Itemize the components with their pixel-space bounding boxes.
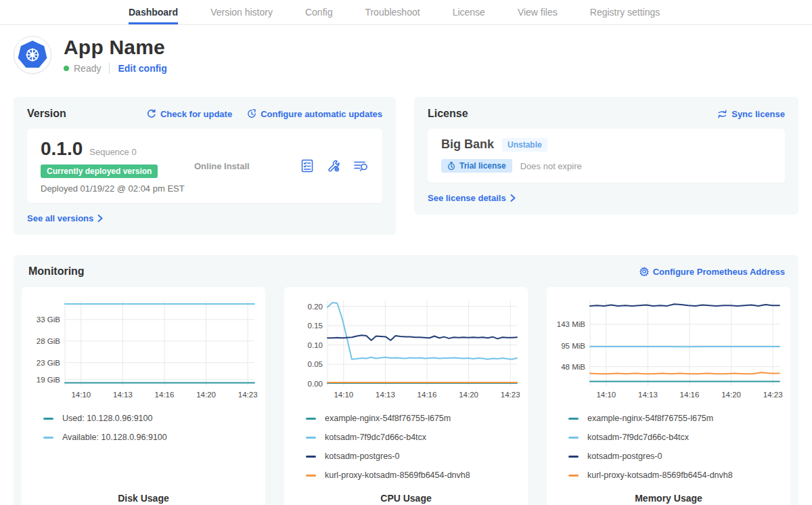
version-card-title: Version bbox=[27, 108, 66, 120]
svg-text:14:16: 14:16 bbox=[680, 391, 700, 399]
svg-text:23 GiB: 23 GiB bbox=[37, 359, 60, 367]
memory-usage-chart-card: 14:1014:1314:1614:2014:2348 MiB95 MiB143… bbox=[547, 287, 790, 505]
tab-view-files[interactable]: View files bbox=[518, 0, 558, 24]
legend-item: kurl-proxy-kotsadm-8569fb6454-dnvh8 bbox=[306, 466, 522, 485]
disk-usage-chart-card: 14:1014:1314:1614:2014:2319 GiB23 GiB28 … bbox=[22, 287, 265, 505]
see-all-versions-link[interactable]: See all versions bbox=[27, 213, 103, 223]
channel-badge: Unstable bbox=[502, 138, 547, 152]
sync-arrows-icon bbox=[717, 110, 727, 118]
svg-text:28 GiB: 28 GiB bbox=[37, 337, 60, 345]
tab-dashboard[interactable]: Dashboard bbox=[129, 0, 178, 24]
svg-text:14:13: 14:13 bbox=[113, 391, 133, 399]
license-card: License Sync license Big Bank Unstable bbox=[414, 97, 798, 215]
logs-search-icon[interactable] bbox=[353, 158, 369, 173]
deployed-badge: Currently deployed version bbox=[41, 164, 158, 178]
svg-text:14:10: 14:10 bbox=[71, 391, 91, 399]
deployed-timestamp: Deployed 01/19/22 @ 02:04 pm EST bbox=[41, 183, 193, 194]
divider bbox=[109, 63, 110, 74]
refresh-icon bbox=[147, 109, 156, 118]
legend-item: example-nginx-54f8f76755-l675m bbox=[306, 409, 522, 428]
svg-text:14:23: 14:23 bbox=[763, 391, 783, 399]
memory-usage-chart: 14:1014:1314:1614:2014:2348 MiB95 MiB143… bbox=[552, 295, 785, 403]
gear-icon bbox=[639, 267, 649, 276]
svg-text:0.20: 0.20 bbox=[308, 303, 323, 311]
disk-usage-legend: Used: 10.128.0.96:9100 Available: 10.128… bbox=[43, 409, 260, 447]
svg-text:14:13: 14:13 bbox=[638, 391, 658, 399]
legend-item: kotsadm-postgres-0 bbox=[306, 447, 522, 466]
stopwatch-icon bbox=[447, 162, 455, 171]
svg-text:14:16: 14:16 bbox=[418, 391, 437, 399]
svg-text:0.05: 0.05 bbox=[308, 360, 323, 368]
chart-title-disk: Disk Usage bbox=[27, 493, 260, 504]
cpu-usage-chart: 14:1014:1314:1614:2014:230.000.050.100.1… bbox=[290, 295, 522, 403]
kubernetes-icon bbox=[18, 41, 47, 69]
svg-text:14:20: 14:20 bbox=[459, 391, 478, 399]
tab-registry-settings[interactable]: Registry settings bbox=[590, 0, 660, 24]
svg-text:14:20: 14:20 bbox=[196, 391, 216, 399]
tab-version-history[interactable]: Version history bbox=[210, 0, 273, 24]
legend-swatch bbox=[306, 456, 316, 458]
memory-usage-legend: example-nginx-54f8f76755-l675m kotsadm-7… bbox=[568, 409, 785, 485]
svg-text:14:13: 14:13 bbox=[376, 391, 395, 399]
chart-title-cpu: CPU Usage bbox=[290, 493, 522, 504]
legend-swatch bbox=[306, 475, 316, 477]
legend-swatch bbox=[43, 418, 53, 420]
license-summary-row: Big Bank Unstable Trial license Do bbox=[428, 129, 785, 183]
legend-swatch bbox=[43, 437, 53, 439]
svg-text:14:23: 14:23 bbox=[501, 391, 520, 399]
svg-text:14:10: 14:10 bbox=[334, 391, 353, 399]
svg-text:0.10: 0.10 bbox=[308, 341, 323, 349]
edit-config-link[interactable]: Edit config bbox=[118, 63, 166, 74]
legend-item: example-nginx-54f8f76755-l675m bbox=[568, 409, 785, 428]
cpu-usage-chart-card: 14:1014:1314:1614:2014:230.000.050.100.1… bbox=[284, 287, 528, 505]
legend-item: Used: 10.128.0.96:9100 bbox=[43, 409, 260, 428]
tab-config[interactable]: Config bbox=[305, 0, 332, 24]
app-header: App Name Ready Edit config bbox=[0, 25, 812, 74]
customer-name: Big Bank bbox=[441, 137, 494, 152]
chevron-right-icon bbox=[510, 194, 516, 202]
legend-item: kotsadm-postgres-0 bbox=[568, 447, 785, 466]
legend-item: kurl-proxy-kotsadm-8569fb6454-dnvh8 bbox=[568, 466, 785, 485]
current-version-row: 0.1.0 Sequence 0 Currently deployed vers… bbox=[27, 129, 382, 203]
legend-swatch bbox=[306, 437, 316, 439]
preflight-checklist-icon[interactable] bbox=[300, 158, 315, 173]
chart-title-memory: Memory Usage bbox=[552, 493, 785, 504]
sync-license-link[interactable]: Sync license bbox=[717, 109, 785, 119]
legend-swatch bbox=[306, 418, 316, 420]
page-title: App Name bbox=[64, 36, 167, 59]
monitoring-title: Monitoring bbox=[28, 265, 85, 278]
legend-swatch bbox=[568, 437, 579, 439]
monitoring-section: Monitoring Configure Prometheus Address … bbox=[14, 255, 798, 505]
expiry-text: Does not expire bbox=[520, 161, 582, 171]
svg-text:0.15: 0.15 bbox=[308, 322, 323, 330]
svg-text:0.00: 0.00 bbox=[308, 380, 323, 388]
trial-license-badge: Trial license bbox=[441, 159, 512, 173]
license-card-title: License bbox=[428, 108, 468, 120]
configure-automatic-updates-link[interactable]: Configure automatic updates bbox=[247, 109, 382, 119]
svg-text:48 MiB: 48 MiB bbox=[561, 363, 585, 371]
svg-text:95 MiB: 95 MiB bbox=[561, 342, 585, 350]
check-for-update-link[interactable]: Check for update bbox=[147, 109, 232, 119]
configure-prometheus-link[interactable]: Configure Prometheus Address bbox=[639, 267, 785, 277]
chevron-right-icon bbox=[97, 215, 103, 222]
legend-item: kotsadm-7f9dc7d66c-b4tcx bbox=[568, 428, 785, 447]
legend-swatch bbox=[568, 475, 579, 477]
app-logo bbox=[14, 36, 51, 74]
wrench-gear-icon[interactable] bbox=[326, 158, 341, 173]
tab-license[interactable]: License bbox=[453, 0, 485, 24]
tab-troubleshoot[interactable]: Troubleshoot bbox=[365, 0, 420, 24]
svg-text:143 MiB: 143 MiB bbox=[557, 320, 586, 328]
legend-item: kotsadm-7f9dc7d66c-b4tcx bbox=[306, 428, 522, 447]
install-type-label: Online Install bbox=[193, 161, 300, 171]
update-schedule-icon bbox=[247, 109, 256, 118]
see-license-details-link[interactable]: See license details bbox=[428, 193, 516, 203]
svg-text:14:16: 14:16 bbox=[155, 391, 175, 399]
version-card: Version Check for update bbox=[14, 97, 396, 235]
svg-text:14:20: 14:20 bbox=[721, 391, 741, 399]
disk-usage-chart: 14:1014:1314:1614:2014:2319 GiB23 GiB28 … bbox=[27, 295, 260, 403]
status-badge: Ready bbox=[74, 63, 101, 74]
cpu-usage-legend: example-nginx-54f8f76755-l675m kotsadm-7… bbox=[306, 409, 522, 485]
sequence-label: Sequence 0 bbox=[89, 147, 136, 157]
status-dot-icon bbox=[64, 66, 69, 71]
legend-item: Available: 10.128.0.96:9100 bbox=[43, 428, 260, 447]
